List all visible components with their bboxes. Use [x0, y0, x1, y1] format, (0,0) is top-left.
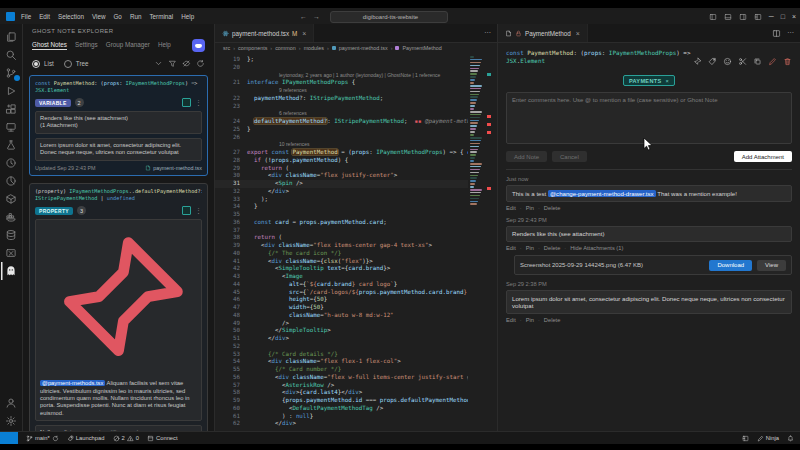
line-number[interactable]: 40: [215, 250, 247, 258]
breadcrumb-item[interactable]: modules: [304, 45, 324, 51]
line-number[interactable]: 58: [215, 389, 247, 397]
activity-analytics-icon[interactable]: [1, 172, 21, 190]
toggle-secondary-sidebar-icon[interactable]: [739, 7, 747, 25]
snippet-note-icon[interactable]: [738, 52, 747, 70]
feed-note[interactable]: This is a test @change-payment-method-dr…: [506, 185, 792, 202]
line-number[interactable]: 62: [215, 420, 247, 428]
card-menu-icon[interactable]: ⋮: [195, 207, 202, 214]
code-line[interactable]: 39 <div className="flex items-center gap…: [215, 242, 497, 250]
line-number[interactable]: 42: [215, 265, 247, 273]
line-number[interactable]: 31: [215, 180, 247, 188]
code-line[interactable]: 45 src={`/card-logos/${props.paymentMeth…: [215, 289, 497, 297]
code-line[interactable]: 51 </div>: [215, 335, 497, 343]
code-line[interactable]: 55 {/* Card number */}: [215, 366, 497, 374]
note-action-edit[interactable]: Edit: [506, 205, 516, 211]
minimize-button[interactable]: ─: [769, 13, 774, 20]
menu-file[interactable]: File: [21, 13, 31, 20]
line-number[interactable]: 45: [215, 289, 247, 297]
refresh-icon[interactable]: [196, 59, 205, 68]
line-number[interactable]: 52: [215, 343, 247, 351]
minimap[interactable]: [468, 53, 485, 432]
panel-overflow-icon[interactable]: ⋯: [787, 29, 794, 37]
breadcrumb-item[interactable]: components: [238, 45, 267, 51]
code-line[interactable]: 28 if (!props.paymentMethod) {: [215, 157, 497, 165]
line-number[interactable]: 35: [215, 211, 247, 219]
note-card[interactable]: const PaymentMethod: (props: IPaymentMet…: [29, 75, 208, 176]
code-line[interactable]: 62 </div>: [215, 420, 497, 428]
code-line[interactable]: 56 <div className="flex w-full items-cen…: [215, 374, 497, 382]
note-action-edit[interactable]: Edit: [506, 317, 516, 323]
code-line[interactable]: 60 <DefaultPaymentMethodTag />: [215, 405, 497, 413]
line-number[interactable]: 50: [215, 327, 247, 335]
line-number[interactable]: 28: [215, 157, 247, 165]
tree-radio[interactable]: [64, 60, 72, 68]
close-tab-icon[interactable]: ×: [576, 30, 580, 37]
note-action-pin[interactable]: Pin: [526, 245, 534, 251]
tag-chip[interactable]: PAYMENTS ×: [623, 75, 675, 86]
code-line[interactable]: 21interface IPaymentMethodProps {: [215, 79, 497, 87]
edit-note-icon[interactable]: [768, 52, 777, 70]
cancel-button[interactable]: Cancel: [552, 151, 587, 162]
codelens-link[interactable]: leytonoday, 2 years ago | 1 author (leyt…: [247, 72, 440, 80]
code-line[interactable]: 48 className="h-auto w-8 md:w-12": [215, 312, 497, 320]
code-line[interactable]: 26: [215, 134, 497, 142]
view-button[interactable]: View: [757, 260, 786, 271]
code-line[interactable]: 30 <div className="flex justify-center">: [215, 172, 497, 180]
line-number[interactable]: 22: [215, 95, 247, 103]
goto-symbol-icon[interactable]: [182, 206, 191, 215]
code-line[interactable]: 59 {props.paymentMethod.id === props.def…: [215, 397, 497, 405]
activity-explorer-icon[interactable]: [1, 28, 21, 46]
breadcrumb-item[interactable]: PaymentMethod: [402, 45, 441, 51]
tab-ghost-note-panel[interactable]: PaymentMethod ×: [498, 24, 588, 42]
menu-help[interactable]: Help: [181, 13, 194, 20]
notifications-item[interactable]: [787, 435, 794, 442]
list-radio[interactable]: [32, 60, 40, 68]
goto-symbol-icon[interactable]: [182, 98, 191, 107]
line-number[interactable]: 49: [215, 320, 247, 328]
line-number[interactable]: 55: [215, 366, 247, 374]
download-button[interactable]: Download: [709, 260, 752, 271]
line-number[interactable]: 39: [215, 242, 247, 250]
line-number[interactable]: 20: [215, 64, 247, 72]
customize-layout-icon[interactable]: [754, 7, 762, 25]
code-line[interactable]: 44 alt={`${card.brand} card logo`}: [215, 281, 497, 289]
code-line[interactable]: 52: [215, 343, 497, 351]
code-line[interactable]: 54 <div className="flex flex-1 flex-col"…: [215, 358, 497, 366]
toggle-visibility-icon[interactable]: [182, 59, 191, 68]
note-action-hide-attachments-1-[interactable]: Hide Attachments (1): [570, 245, 623, 251]
note-body[interactable]: Lorem ipsum dolor sit amet, consectetur …: [35, 138, 202, 161]
line-number[interactable]: 43: [215, 273, 247, 281]
remote-indicator[interactable]: [0, 432, 18, 444]
sidebar-tab-help[interactable]: Help: [158, 41, 171, 50]
add-note-button[interactable]: Add Note: [506, 151, 547, 162]
breadcrumb-item[interactable]: payment-method.tsx: [339, 45, 388, 51]
code-line[interactable]: 37: [215, 227, 497, 235]
line-number[interactable]: 54: [215, 358, 247, 366]
command-center-search[interactable]: digiboard-tts-website: [330, 11, 448, 23]
menu-selection[interactable]: Selection: [58, 13, 84, 20]
nav-forward-button[interactable]: →: [313, 13, 320, 20]
git-branch-item[interactable]: main*: [26, 435, 59, 442]
activity-history-icon[interactable]: [1, 154, 21, 172]
codelens-link[interactable]: 9 references: [247, 87, 307, 95]
line-number[interactable]: 34: [215, 203, 247, 211]
file-mention[interactable]: @change-payment-method-drawer.tsx: [548, 190, 656, 197]
nav-back-button[interactable]: ←: [300, 13, 307, 20]
code-line[interactable]: 41 <div className={clsx("flex")}>: [215, 258, 497, 266]
code-line[interactable]: 43 <Image: [215, 273, 497, 281]
line-number[interactable]: 56: [215, 374, 247, 382]
code-line[interactable]: 32 </div>: [215, 188, 497, 196]
maximize-button[interactable]: □: [781, 13, 785, 20]
activity-database-icon[interactable]: [1, 226, 21, 244]
layout-status-item[interactable]: [742, 435, 749, 442]
note-action-pin[interactable]: Pin: [526, 205, 534, 211]
line-number[interactable]: 25: [215, 126, 247, 134]
code-line[interactable]: 23: [215, 103, 497, 111]
discord-button[interactable]: [192, 39, 205, 52]
line-number[interactable]: 53: [215, 351, 247, 359]
code-line[interactable]: 27export const PaymentMethod = (props: I…: [215, 149, 497, 157]
line-number[interactable]: 51: [215, 335, 247, 343]
code-line[interactable]: 24 defaultPaymentMethod?: IStripePayment…: [215, 118, 497, 126]
line-number[interactable]: 21: [215, 79, 247, 87]
code-line[interactable]: 33 );: [215, 196, 497, 204]
